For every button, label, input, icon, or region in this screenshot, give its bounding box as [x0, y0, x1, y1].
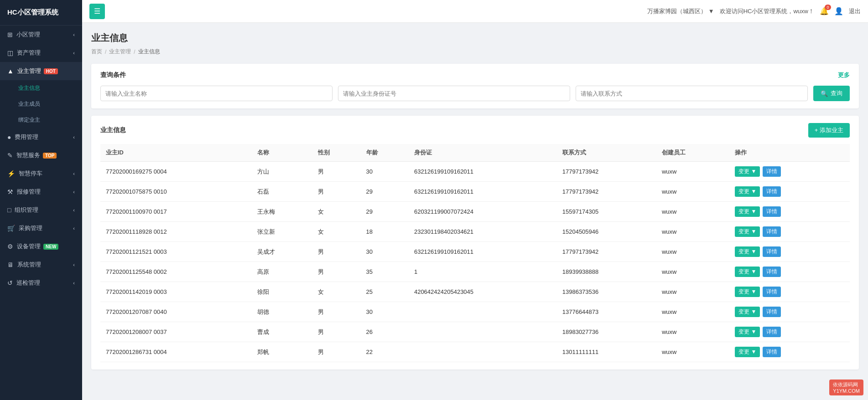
cell-8-5: 18983027736	[557, 322, 656, 342]
detail-button[interactable]: 详情	[763, 267, 781, 277]
detail-button[interactable]: 详情	[763, 166, 781, 177]
parking-arrow-icon: ‹	[73, 171, 75, 176]
cell-1-5: 17797173942	[557, 182, 656, 202]
cell-action-0: 变更 ▼ 详情	[729, 162, 850, 182]
cell-action-6: 变更 ▼ 详情	[729, 282, 850, 302]
logout-button[interactable]: 退出	[849, 7, 861, 15]
sidebar-item-patrol[interactable]: ↺ 巡检管理 ‹	[0, 274, 82, 292]
search-icon: 🔍	[821, 90, 828, 97]
cell-6-4: 420642424205423045	[409, 282, 557, 302]
owner-name-input[interactable]	[100, 86, 333, 101]
community-icon: ⊞	[7, 31, 13, 38]
breadcrumb-owner-info: 业主信息	[138, 48, 160, 56]
cell-4-6: wuxw	[656, 242, 729, 262]
table-section-title: 业主信息	[100, 126, 126, 134]
detail-button[interactable]: 详情	[763, 226, 781, 237]
sidebar-item-purchase[interactable]: 🛒 采购管理 ‹	[0, 219, 82, 237]
table-row: 77202000169275 0004方山男306321261991091620…	[100, 162, 850, 182]
breadcrumb-home[interactable]: 首页	[91, 48, 102, 56]
change-button[interactable]: 变更 ▼	[735, 246, 760, 257]
site-selector[interactable]: 万播家博园（城西区） ▼	[647, 7, 714, 15]
smart-icon: ✎	[7, 152, 13, 159]
col-gender: 性别	[312, 144, 360, 162]
col-contact: 联系方式	[557, 144, 656, 162]
notification-bell[interactable]: 🔔 0	[820, 7, 829, 15]
col-action: 操作	[729, 144, 850, 162]
sidebar-sub-owner-member[interactable]: 业主成员	[0, 96, 82, 112]
more-link[interactable]: 更多	[838, 71, 850, 79]
bell-badge-count: 0	[825, 5, 831, 10]
cell-9-5: 13011111111	[557, 342, 656, 362]
breadcrumb-owner-mgmt[interactable]: 业主管理	[109, 48, 131, 56]
assets-icon: ◫	[7, 49, 13, 56]
cell-6-2: 女	[312, 282, 360, 302]
change-button[interactable]: 变更 ▼	[735, 226, 760, 237]
sidebar-sub-owner-info[interactable]: 业主信息	[0, 80, 82, 96]
cell-1-1: 石磊	[252, 182, 312, 202]
sidebar-item-system[interactable]: 🖥 系统管理 ‹	[0, 256, 82, 274]
sidebar-item-patrol-label: 巡检管理	[16, 279, 40, 287]
sidebar-item-parking[interactable]: ⚡ 智慧停车 ‹	[0, 164, 82, 183]
detail-button[interactable]: 详情	[763, 186, 781, 197]
change-button[interactable]: 变更 ▼	[735, 307, 760, 317]
table-row: 77202001286731 0004郑帆男2213011111111wuxw …	[100, 342, 850, 362]
change-button[interactable]: 变更 ▼	[735, 327, 760, 337]
detail-button[interactable]: 详情	[763, 246, 781, 257]
detail-button[interactable]: 详情	[763, 327, 781, 337]
sidebar-item-device[interactable]: ⚙ 设备管理 NEW	[0, 237, 82, 256]
change-button[interactable]: 变更 ▼	[735, 206, 760, 217]
table-row: 77202001075875 0010石磊男296321261991091620…	[100, 182, 850, 202]
table-row: 77202001121521 0003吴成才男30632126199109162…	[100, 242, 850, 262]
cell-9-4	[409, 342, 557, 362]
sidebar-item-assets[interactable]: ◫ 资产管理 ‹	[0, 44, 82, 62]
cell-action-3: 变更 ▼ 详情	[729, 222, 850, 242]
cell-2-4: 620321199007072424	[409, 202, 557, 222]
cell-3-1: 张立新	[252, 222, 312, 242]
change-button[interactable]: 变更 ▼	[735, 166, 760, 177]
cell-3-4: 232301198402034621	[409, 222, 557, 242]
org-icon: □	[7, 206, 11, 214]
purchase-arrow-icon: ‹	[73, 226, 75, 231]
device-badge: NEW	[43, 244, 58, 250]
sidebar-item-purchase-label: 采购管理	[19, 224, 42, 232]
sidebar-item-fee[interactable]: ● 费用管理 ‹	[0, 128, 82, 146]
assets-arrow-icon: ‹	[73, 50, 75, 56]
change-button[interactable]: 变更 ▼	[735, 287, 760, 297]
search-button[interactable]: 🔍 查询	[813, 86, 850, 101]
cell-0-4: 632126199109162011	[409, 162, 557, 182]
breadcrumb-sep1: /	[105, 49, 106, 55]
patrol-arrow-icon: ‹	[73, 280, 75, 286]
sidebar-logo: HC小区管理系统	[0, 0, 82, 26]
sidebar-item-org[interactable]: □ 组织管理 ‹	[0, 201, 82, 219]
main-area: ☰ 万播家博园（城西区） ▼ 欢迎访问HC小区管理系统，wuxw！ 🔔 0 👤 …	[82, 0, 868, 400]
detail-button[interactable]: 详情	[763, 347, 781, 357]
cell-0-6: wuxw	[656, 162, 729, 182]
header-right: 万播家博园（城西区） ▼ 欢迎访问HC小区管理系统，wuxw！ 🔔 0 👤 退出	[647, 7, 861, 15]
change-button[interactable]: 变更 ▼	[735, 347, 760, 357]
change-button[interactable]: 变更 ▼	[735, 267, 760, 277]
sidebar-item-smart[interactable]: ✎ 智慧服务 TOP	[0, 146, 82, 164]
sidebar-toggle-button[interactable]: ☰	[89, 4, 105, 19]
query-row: 🔍 查询	[100, 86, 850, 101]
cell-0-5: 17797173942	[557, 162, 656, 182]
sidebar-sub-owner-bind[interactable]: 绑定业主	[0, 112, 82, 128]
user-avatar-icon[interactable]: 👤	[834, 7, 843, 15]
detail-button[interactable]: 详情	[763, 307, 781, 317]
sidebar-item-repair-label: 报修管理	[17, 188, 41, 196]
owner-table: 业主ID 名称 性别 年龄 身份证 联系方式 创建员工 操作 772020001…	[100, 144, 850, 362]
sidebar-item-community[interactable]: ⊞ 小区管理 ‹	[0, 26, 82, 44]
sidebar-item-repair[interactable]: ⚒ 报修管理 ‹	[0, 183, 82, 201]
detail-button[interactable]: 详情	[763, 206, 781, 217]
search-btn-label: 查询	[831, 89, 842, 97]
table-row: 77202001100970 0017王永梅女29620321199007072…	[100, 202, 850, 222]
cell-7-3: 30	[361, 302, 409, 322]
owner-contact-input[interactable]	[576, 86, 808, 101]
sidebar-item-owner[interactable]: ▲ 业主管理 HOT	[0, 62, 82, 80]
owner-idcard-input[interactable]	[338, 86, 570, 101]
detail-button[interactable]: 详情	[763, 287, 781, 297]
change-button[interactable]: 变更 ▼	[735, 186, 760, 197]
cell-9-2: 男	[312, 342, 360, 362]
community-arrow-icon: ‹	[73, 32, 75, 37]
patrol-icon: ↺	[7, 279, 13, 287]
add-owner-button[interactable]: + 添加业主	[808, 123, 850, 138]
